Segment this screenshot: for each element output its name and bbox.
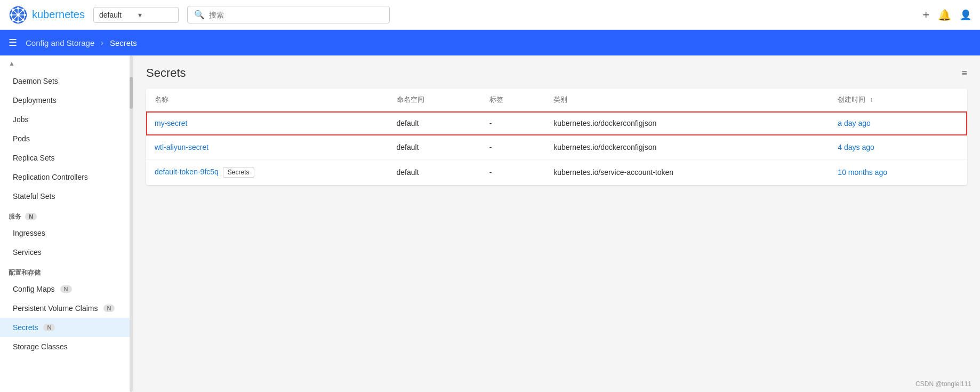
- row-0-labels: -: [481, 111, 545, 135]
- logo-text: kubernetes: [32, 9, 85, 21]
- row-2-created-link[interactable]: 10 months ago: [838, 168, 887, 177]
- sidebar-item-services[interactable]: Services: [0, 243, 133, 262]
- row-1-namespace: default: [388, 135, 481, 159]
- col-type: 类别: [545, 89, 829, 111]
- row-2-type: kubernetes.io/service-account-token: [545, 159, 829, 186]
- sidebar-toggle-icon[interactable]: ☰: [9, 37, 17, 49]
- row-1-name-link[interactable]: wtl-aliyun-secret: [155, 143, 208, 151]
- row-0-namespace: default: [388, 111, 481, 135]
- col-namespace: 命名空间: [388, 89, 481, 111]
- col-name: 名称: [146, 89, 388, 111]
- row-1-created-link[interactable]: 4 days ago: [838, 143, 874, 151]
- sort-arrow-icon: ↑: [870, 96, 873, 103]
- table-row: my-secretdefault-kubernetes.io/dockercon…: [146, 111, 967, 135]
- add-button[interactable]: +: [922, 8, 929, 22]
- sidebar-scrollbar: [130, 55, 133, 392]
- sidebar-label-pods: Pods: [13, 134, 30, 143]
- svg-point-9: [23, 13, 26, 16]
- sidebar-label-replication-controllers: Replication Controllers: [13, 173, 88, 181]
- collapse-icon[interactable]: ▲: [9, 60, 15, 67]
- search-input[interactable]: [209, 11, 383, 19]
- footer: CSDN @tonglei111: [915, 380, 971, 388]
- sidebar-item-daemon-sets[interactable]: Daemon Sets: [0, 71, 133, 91]
- row-2-name-link[interactable]: default-token-9fc5q: [155, 167, 219, 176]
- row-0-created-link[interactable]: a day ago: [838, 119, 871, 127]
- namespace-value: default: [99, 11, 134, 19]
- workloads-section-header: ▲: [0, 55, 133, 71]
- table-body: my-secretdefault-kubernetes.io/dockercon…: [146, 111, 967, 186]
- logo-link[interactable]: kubernetes: [9, 5, 85, 25]
- sidebar-item-storage-classes[interactable]: Storage Classes: [0, 337, 133, 356]
- top-header: kubernetes default ▾ 🔍 + 🔔 👤: [0, 0, 980, 30]
- sidebar-label-config-maps: Config Maps: [13, 285, 55, 293]
- user-button[interactable]: 👤: [960, 9, 971, 21]
- sidebar-label-stateful-sets: Stateful Sets: [13, 192, 55, 201]
- sidebar: ▲ Daemon Sets Deployments Jobs Pods Repl…: [0, 55, 133, 392]
- page-title-row: Secrets ≡: [146, 66, 967, 80]
- sidebar-label-pvc: Persistent Volume Claims: [13, 304, 98, 313]
- config-section-title: 配置和存储: [0, 262, 133, 279]
- sidebar-label-daemon-sets: Daemon Sets: [13, 77, 58, 85]
- user-icon: 👤: [960, 9, 971, 21]
- header-actions: + 🔔 👤: [922, 8, 971, 22]
- sidebar-label-ingresses: Ingresses: [13, 229, 45, 237]
- table-row: wtl-aliyun-secretdefault-kubernetes.io/d…: [146, 135, 967, 159]
- breadcrumb-bar: ☰ Config and Storage › Secrets: [0, 30, 980, 55]
- sidebar-item-jobs[interactable]: Jobs: [0, 110, 133, 129]
- row-2-name: default-token-9fc5qSecrets: [146, 159, 388, 186]
- notification-button[interactable]: 🔔: [938, 9, 951, 21]
- table-header: 名称 命名空间 标签 类别 创建时间 ↑: [146, 89, 967, 111]
- svg-point-8: [10, 13, 13, 16]
- sidebar-item-replication-controllers[interactable]: Replication Controllers: [0, 167, 133, 187]
- add-icon: +: [922, 8, 929, 22]
- row-2-labels: -: [481, 159, 545, 186]
- sidebar-item-replica-sets[interactable]: Replica Sets: [0, 148, 133, 167]
- filter-icon[interactable]: ≡: [961, 68, 967, 79]
- secrets-table: 名称 命名空间 标签 类别 创建时间 ↑ my-secretdefault-ku…: [146, 89, 967, 185]
- sidebar-item-stateful-sets[interactable]: Stateful Sets: [0, 187, 133, 206]
- namespace-selector[interactable]: default ▾: [93, 7, 179, 23]
- svg-point-11: [22, 19, 25, 21]
- svg-point-12: [22, 9, 25, 11]
- search-icon: 🔍: [194, 10, 205, 20]
- secrets-badge: N: [43, 324, 55, 331]
- pvc-badge: N: [103, 305, 115, 312]
- svg-point-13: [12, 19, 14, 21]
- kubernetes-logo-icon: [9, 5, 28, 25]
- sidebar-label-deployments: Deployments: [13, 96, 57, 105]
- breadcrumb-parent[interactable]: Config and Storage: [26, 38, 94, 47]
- row-2-created: 10 months ago: [829, 159, 967, 186]
- sidebar-scrollbar-thumb: [130, 77, 133, 109]
- row-0-name: my-secret: [146, 111, 388, 135]
- row-2-badge: Secrets: [223, 167, 254, 178]
- row-0-name-link[interactable]: my-secret: [155, 119, 187, 127]
- col-created[interactable]: 创建时间 ↑: [829, 89, 967, 111]
- sidebar-label-replica-sets: Replica Sets: [13, 154, 55, 162]
- row-1-created: 4 days ago: [829, 135, 967, 159]
- footer-text: CSDN @tonglei111: [915, 380, 971, 388]
- row-0-created: a day ago: [829, 111, 967, 135]
- sidebar-item-pods[interactable]: Pods: [0, 129, 133, 148]
- col-labels: 标签: [481, 89, 545, 111]
- sidebar-label-storage-classes: Storage Classes: [13, 342, 68, 351]
- sidebar-item-deployments[interactable]: Deployments: [0, 91, 133, 110]
- sidebar-item-pvc[interactable]: Persistent Volume Claims N: [0, 299, 133, 318]
- main-layout: ▲ Daemon Sets Deployments Jobs Pods Repl…: [0, 55, 980, 392]
- svg-point-7: [17, 20, 20, 23]
- sidebar-label-services: Services: [13, 248, 42, 257]
- sidebar-item-ingresses[interactable]: Ingresses: [0, 223, 133, 243]
- row-2-namespace: default: [388, 159, 481, 186]
- secrets-table-container: 名称 命名空间 标签 类别 创建时间 ↑ my-secretdefault-ku…: [146, 89, 967, 185]
- svg-point-10: [12, 9, 14, 11]
- row-1-labels: -: [481, 135, 545, 159]
- breadcrumb-current: Secrets: [110, 38, 137, 47]
- sidebar-item-config-maps[interactable]: Config Maps N: [0, 279, 133, 299]
- service-section-title: 服务 N: [0, 206, 133, 223]
- row-0-type: kubernetes.io/dockerconfigjson: [545, 111, 829, 135]
- table-row: default-token-9fc5qSecretsdefault-kubern…: [146, 159, 967, 186]
- page-title: Secrets: [146, 66, 961, 80]
- bell-icon: 🔔: [938, 9, 951, 21]
- main-content: Secrets ≡ 名称 命名空间 标签 类别 创建时间 ↑ my-secret…: [133, 55, 980, 392]
- search-bar: 🔍: [187, 6, 390, 23]
- sidebar-item-secrets[interactable]: Secrets N: [0, 318, 133, 337]
